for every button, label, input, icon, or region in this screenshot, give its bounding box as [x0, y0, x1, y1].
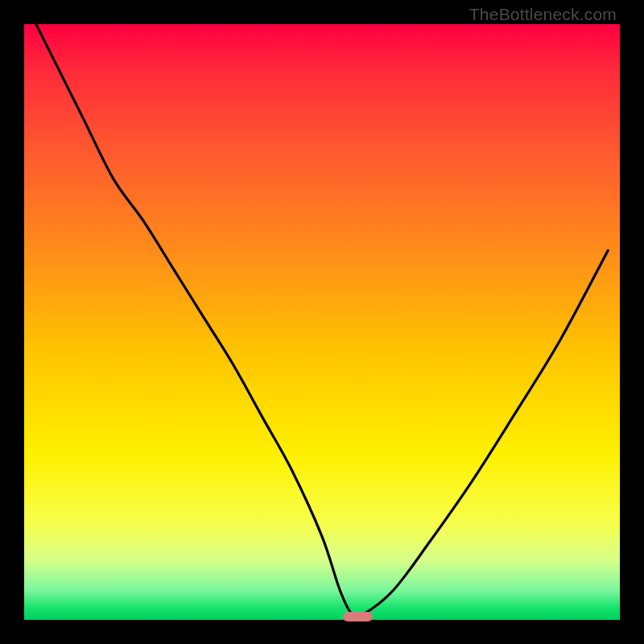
bottleneck-curve	[24, 24, 620, 620]
optimum-marker	[343, 612, 373, 621]
watermark-text: TheBottleneck.com	[469, 5, 617, 24]
chart-frame: TheBottleneck.com	[0, 0, 644, 644]
